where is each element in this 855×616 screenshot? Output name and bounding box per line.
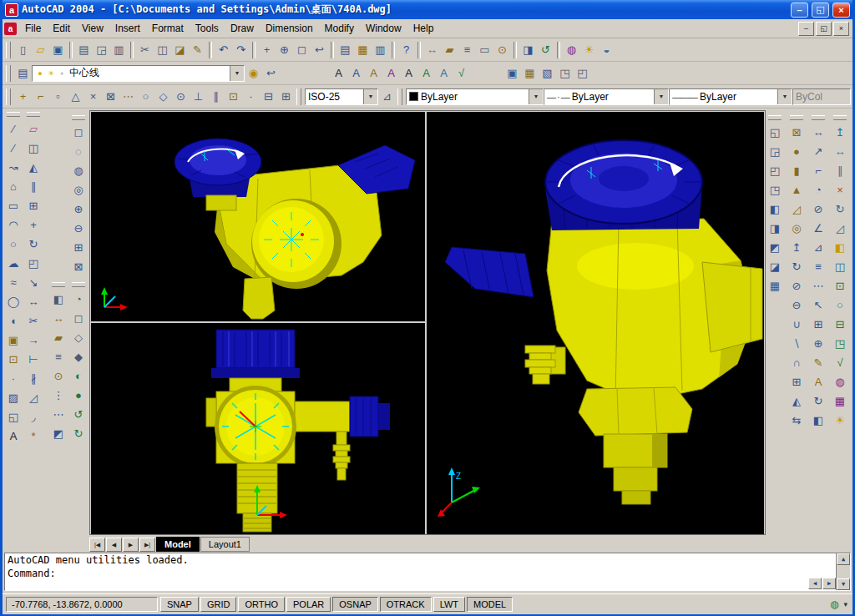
- offset-icon[interactable]: ∥: [25, 177, 43, 196]
- ellipse-arc-icon[interactable]: ◖: [5, 311, 23, 331]
- toggle-polar[interactable]: POLAR: [286, 597, 331, 612]
- layer-properties-manager-icon[interactable]: ▤: [14, 64, 32, 82]
- image-attach-icon[interactable]: ▧: [539, 64, 556, 82]
- insert-block-icon[interactable]: ▣: [503, 64, 521, 82]
- quick-dimension-icon[interactable]: ⊿: [810, 238, 827, 257]
- scroll-right-icon[interactable]: ▶: [822, 578, 836, 589]
- check-icon[interactable]: √: [832, 353, 849, 372]
- list-icon[interactable]: ▭: [476, 41, 493, 58]
- command-scrollbar[interactable]: ▲ ▼: [836, 553, 850, 590]
- menu-dimension[interactable]: Dimension: [260, 21, 319, 36]
- top-view-icon[interactable]: ◱: [766, 123, 784, 142]
- publish-icon[interactable]: ▥: [110, 41, 128, 58]
- command-hscrollbar[interactable]: ◀ ▶: [808, 578, 836, 589]
- stretch-icon[interactable]: ↘: [25, 273, 43, 292]
- tab-prev-button[interactable]: ◀: [106, 538, 122, 552]
- multiline-text-icon[interactable]: A: [330, 64, 347, 82]
- ole-object-icon[interactable]: ◰: [574, 64, 591, 82]
- explode-icon[interactable]: *: [25, 427, 43, 446]
- revision-cloud-icon[interactable]: ☁: [5, 254, 23, 273]
- ellipse-icon[interactable]: ◯: [5, 292, 23, 311]
- rectangle-icon[interactable]: ▭: [5, 196, 23, 215]
- render-icon[interactable]: ◍: [563, 41, 580, 58]
- lengthen-icon[interactable]: ↔: [25, 292, 43, 311]
- 3d-wireframe-icon[interactable]: ◇: [70, 328, 88, 347]
- dropdown-arrow-icon[interactable]: ▼: [777, 89, 792, 104]
- scroll-down-icon[interactable]: ▼: [837, 578, 850, 590]
- help-icon[interactable]: ?: [397, 41, 415, 58]
- layer-dropdown[interactable]: ●☀▫ 中心线 ▼: [32, 65, 245, 82]
- spell-check-icon[interactable]: √: [453, 64, 470, 82]
- tab-first-button[interactable]: |◀: [89, 538, 105, 552]
- single-line-text-icon[interactable]: A: [347, 64, 365, 82]
- copy-faces-icon[interactable]: ◫: [832, 257, 849, 276]
- tolerance-icon[interactable]: ⊞: [810, 315, 827, 334]
- back-view-icon[interactable]: ◨: [766, 219, 784, 238]
- spline-icon[interactable]: ≈: [5, 273, 23, 292]
- 3d-orbit-icon[interactable]: ↺: [70, 405, 88, 424]
- menu-tools[interactable]: Tools: [190, 21, 225, 36]
- color-faces-icon[interactable]: ◧: [832, 238, 849, 257]
- menu-draw[interactable]: Draw: [225, 21, 260, 36]
- delete-faces-icon[interactable]: ×: [832, 180, 849, 199]
- extrude-faces-icon[interactable]: ↥: [832, 123, 849, 142]
- sw-isometric-view-icon[interactable]: ◩: [766, 238, 784, 257]
- color-dropdown[interactable]: ByLayer ▼: [406, 88, 544, 105]
- redo-icon[interactable]: ↷: [232, 41, 250, 58]
- construction-line-icon[interactable]: ⁄: [5, 139, 23, 158]
- insert-block-icon[interactable]: ▣: [5, 331, 23, 350]
- dropdown-arrow-icon[interactable]: ▼: [363, 89, 377, 104]
- make-object-layer-current-icon[interactable]: ◉: [245, 64, 262, 82]
- snap-apparent-intersection-icon[interactable]: ⊠: [102, 88, 119, 105]
- minimize-button[interactable]: –: [791, 3, 808, 18]
- solid-box-icon[interactable]: ⊠: [788, 123, 806, 142]
- 2d-wireframe-icon[interactable]: ◻: [70, 309, 88, 328]
- temporary-track-point-icon[interactable]: +: [14, 88, 32, 105]
- right-view-icon[interactable]: ◳: [766, 180, 784, 199]
- section-icon[interactable]: ⊖: [788, 295, 806, 315]
- dropdown-arrow-icon[interactable]: ▼: [654, 89, 668, 104]
- import-icon[interactable]: ◳: [556, 64, 574, 82]
- union-icon[interactable]: ∪: [788, 315, 806, 334]
- toggle-otrack[interactable]: OTRACK: [380, 597, 432, 612]
- shell-icon[interactable]: ◳: [832, 334, 849, 353]
- continue-dimension-icon[interactable]: ⋯: [810, 276, 827, 295]
- mdi-minimize-button[interactable]: –: [798, 22, 814, 36]
- pan-realtime-icon[interactable]: +: [258, 41, 276, 58]
- menu-modify[interactable]: Modify: [319, 21, 360, 36]
- gouraud-shaded-icon[interactable]: ●: [70, 386, 88, 405]
- array-icon[interactable]: ⊞: [25, 196, 43, 215]
- external-reference-icon[interactable]: ▦: [521, 64, 539, 82]
- zoom-in-icon[interactable]: ⊕: [70, 199, 88, 219]
- extrude-icon[interactable]: ↥: [788, 238, 806, 257]
- osnap-settings-icon[interactable]: ⊞: [277, 88, 295, 105]
- menu-edit[interactable]: Edit: [47, 21, 76, 36]
- snap-insert-icon[interactable]: ⊡: [225, 88, 242, 105]
- title-bar[interactable]: a AutoCAD 2004 - [C:\Documents and Setti…: [3, 0, 852, 19]
- quick-leader-icon[interactable]: ↖: [810, 295, 827, 315]
- toolbar-grip[interactable]: [812, 115, 825, 120]
- solid-cylinder-icon[interactable]: ▮: [788, 161, 806, 180]
- paste-clip-icon[interactable]: ◪: [171, 41, 189, 58]
- 3d-array-icon[interactable]: ⊞: [788, 372, 806, 391]
- menu-view[interactable]: View: [76, 21, 109, 36]
- menu-insert[interactable]: Insert: [109, 21, 146, 36]
- edit-text-icon[interactable]: A: [365, 64, 382, 82]
- distance-icon[interactable]: ↔: [50, 309, 68, 328]
- snap-center-icon[interactable]: ○: [137, 88, 154, 105]
- copy-object-icon[interactable]: ◫: [25, 139, 43, 158]
- toggle-osnap[interactable]: OSNAP: [332, 597, 378, 612]
- zoom-out-icon[interactable]: ⊖: [70, 219, 88, 238]
- multiline-text-icon[interactable]: A: [5, 427, 23, 446]
- scroll-up-icon[interactable]: ▲: [837, 553, 850, 565]
- break-at-point-icon[interactable]: ⊢: [25, 350, 43, 369]
- status-menu-arrow-icon[interactable]: ▾: [843, 600, 847, 608]
- toolbar-grip[interactable]: [397, 88, 402, 105]
- snap-parallel-icon[interactable]: ∥: [207, 88, 225, 105]
- viewport-right[interactable]: Z: [427, 112, 764, 534]
- distance-icon[interactable]: ↔: [423, 41, 441, 58]
- region-icon[interactable]: ◱: [5, 407, 23, 427]
- text-style-icon[interactable]: A: [400, 64, 417, 82]
- snap-endpoint-icon[interactable]: ▫: [49, 88, 67, 105]
- imprint-icon[interactable]: ⊡: [832, 276, 849, 295]
